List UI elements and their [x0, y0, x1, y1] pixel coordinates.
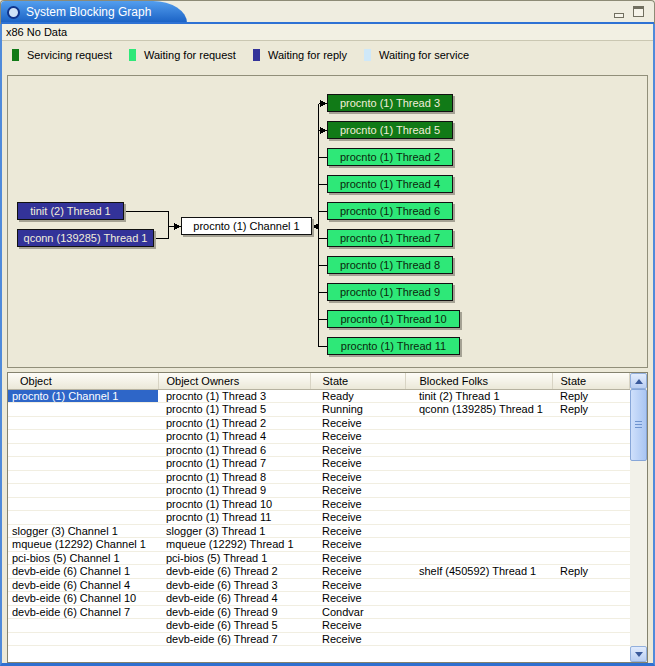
cell-state[interactable]: Receive	[310, 443, 405, 457]
cell-owner[interactable]: procnto (1) Thread 3	[158, 389, 310, 403]
cell-object[interactable]: mqueue (12292) Channel 1	[8, 538, 158, 552]
table-row[interactable]: devb-eide (6) Channel 1devb-eide (6) Thr…	[8, 565, 630, 579]
cell-owner[interactable]: procnto (1) Thread 4	[158, 430, 310, 444]
cell-object[interactable]	[8, 484, 158, 498]
cell-state[interactable]: Receive	[310, 430, 405, 444]
cell-state[interactable]: Receive	[310, 565, 405, 579]
graph-node-thread-4[interactable]: procnto (1) Thread 4	[327, 175, 453, 193]
graph-node-thread-5[interactable]: procnto (1) Thread 5	[327, 121, 453, 139]
maximize-icon[interactable]	[633, 6, 644, 17]
cell-owner[interactable]: devb-eide (6) Thread 3	[158, 578, 310, 592]
cell-blocked[interactable]	[405, 578, 552, 592]
graph-node-channel[interactable]: procnto (1) Channel 1	[181, 217, 312, 235]
graph-node-qconn[interactable]: qconn (139285) Thread 1	[17, 229, 154, 247]
graph-node-thread-9[interactable]: procnto (1) Thread 9	[327, 283, 453, 301]
cell-blocked[interactable]	[405, 443, 552, 457]
cell-blocked[interactable]	[405, 551, 552, 565]
cell-blocked[interactable]: shelf (450592) Thread 1	[405, 565, 552, 579]
graph-node-thread-7[interactable]: procnto (1) Thread 7	[327, 229, 453, 247]
cell-blocked-state[interactable]	[552, 430, 630, 444]
cell-blocked-state[interactable]: Reply	[552, 565, 630, 579]
column-header-object-owners[interactable]: Object Owners	[158, 373, 310, 389]
cell-owner[interactable]: devb-eide (6) Thread 9	[158, 605, 310, 619]
cell-owner[interactable]: devb-eide (6) Thread 2	[158, 565, 310, 579]
graph-node-tinit[interactable]: tinit (2) Thread 1	[17, 202, 124, 220]
column-header-state[interactable]: State	[310, 373, 405, 389]
cell-blocked-state[interactable]	[552, 578, 630, 592]
scroll-up-button[interactable]	[630, 373, 647, 389]
table-row[interactable]: devb-eide (6) Channel 10devb-eide (6) Th…	[8, 592, 630, 606]
graph-node-thread-10[interactable]: procnto (1) Thread 10	[327, 310, 460, 328]
table-row[interactable]: procnto (1) Thread 11Receive	[8, 511, 630, 525]
cell-blocked[interactable]: tinit (2) Thread 1	[405, 389, 552, 403]
cell-blocked[interactable]	[405, 470, 552, 484]
cell-owner[interactable]: procnto (1) Thread 6	[158, 443, 310, 457]
cell-blocked-state[interactable]	[552, 538, 630, 552]
cell-blocked[interactable]	[405, 524, 552, 538]
cell-state[interactable]: Ready	[310, 389, 405, 403]
cell-object[interactable]	[8, 470, 158, 484]
cell-object[interactable]	[8, 511, 158, 525]
cell-object[interactable]: devb-eide (6) Channel 10	[8, 592, 158, 606]
table-row[interactable]: devb-eide (6) Channel 7devb-eide (6) Thr…	[8, 605, 630, 619]
cell-blocked[interactable]	[405, 430, 552, 444]
tab-system-blocking-graph[interactable]: System Blocking Graph ✕	[1, 1, 153, 23]
graph-node-thread-6[interactable]: procnto (1) Thread 6	[327, 202, 453, 220]
table-row[interactable]: devb-eide (6) Thread 7Receive	[8, 632, 630, 646]
cell-owner[interactable]: mqueue (12292) Thread 1	[158, 538, 310, 552]
cell-state[interactable]: Receive	[310, 632, 405, 646]
cell-blocked[interactable]	[405, 605, 552, 619]
scroll-down-button[interactable]	[630, 646, 647, 662]
cell-blocked-state[interactable]	[552, 511, 630, 525]
table-row[interactable]: pci-bios (5) Channel 1pci-bios (5) Threa…	[8, 551, 630, 565]
cell-object-selected[interactable]: procnto (1) Channel 1	[8, 389, 158, 403]
cell-owner[interactable]: procnto (1) Thread 2	[158, 416, 310, 430]
cell-blocked-state[interactable]	[552, 524, 630, 538]
table-row[interactable]: procnto (1) Thread 5Runningqconn (139285…	[8, 403, 630, 417]
cell-owner[interactable]: devb-eide (6) Thread 5	[158, 619, 310, 633]
cell-state[interactable]: Receive	[310, 592, 405, 606]
cell-blocked-state[interactable]	[552, 551, 630, 565]
graph-node-thread-8[interactable]: procnto (1) Thread 8	[327, 256, 453, 274]
cell-owner[interactable]: devb-eide (6) Thread 4	[158, 592, 310, 606]
cell-owner[interactable]: procnto (1) Thread 7	[158, 457, 310, 471]
cell-blocked-state[interactable]	[552, 457, 630, 471]
cell-state[interactable]: Receive	[310, 511, 405, 525]
cell-state[interactable]: Receive	[310, 578, 405, 592]
cell-blocked[interactable]: qconn (139285) Thread 1	[405, 403, 552, 417]
table-row[interactable]: procnto (1) Thread 2Receive	[8, 416, 630, 430]
table-row[interactable]: slogger (3) Channel 1slogger (3) Thread …	[8, 524, 630, 538]
table-row[interactable]: procnto (1) Thread 8Receive	[8, 470, 630, 484]
table-row[interactable]: procnto (1) Thread 10Receive	[8, 497, 630, 511]
cell-owner[interactable]: devb-eide (6) Thread 7	[158, 632, 310, 646]
cell-state[interactable]: Receive	[310, 538, 405, 552]
cell-state[interactable]: Running	[310, 403, 405, 417]
cell-state[interactable]: Receive	[310, 470, 405, 484]
table-row[interactable]: procnto (1) Channel 1procnto (1) Thread …	[8, 389, 630, 403]
graph-node-thread-11[interactable]: procnto (1) Thread 11	[327, 337, 460, 355]
cell-object[interactable]	[8, 430, 158, 444]
cell-blocked-state[interactable]	[552, 416, 630, 430]
cell-object[interactable]: devb-eide (6) Channel 1	[8, 565, 158, 579]
cell-blocked-state[interactable]: Reply	[552, 389, 630, 403]
cell-state[interactable]: Receive	[310, 524, 405, 538]
cell-state[interactable]: Receive	[310, 551, 405, 565]
cell-owner[interactable]: procnto (1) Thread 5	[158, 403, 310, 417]
cell-object[interactable]	[8, 497, 158, 511]
table-row[interactable]: devb-eide (6) Thread 5Receive	[8, 619, 630, 633]
cell-owner[interactable]: procnto (1) Thread 9	[158, 484, 310, 498]
table-row[interactable]: procnto (1) Thread 9Receive	[8, 484, 630, 498]
column-header-object[interactable]: Object	[8, 373, 158, 389]
cell-owner[interactable]: procnto (1) Thread 8	[158, 470, 310, 484]
cell-blocked[interactable]	[405, 457, 552, 471]
cell-object[interactable]	[8, 443, 158, 457]
cell-blocked[interactable]	[405, 538, 552, 552]
cell-blocked-state[interactable]	[552, 619, 630, 633]
cell-object[interactable]	[8, 632, 158, 646]
table-row[interactable]: procnto (1) Thread 6Receive	[8, 443, 630, 457]
scrollbar-track[interactable]	[630, 389, 647, 646]
cell-blocked-state[interactable]	[552, 605, 630, 619]
cell-object[interactable]	[8, 457, 158, 471]
cell-owner[interactable]: procnto (1) Thread 11	[158, 511, 310, 525]
cell-blocked-state[interactable]	[552, 484, 630, 498]
